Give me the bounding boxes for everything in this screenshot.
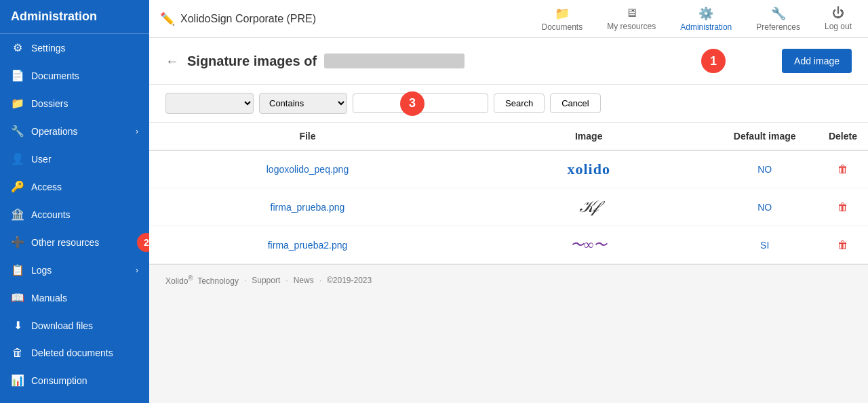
topbar-nav: 📁 Documents 🖥 My resources ⚙️ Administra…	[536, 3, 857, 35]
chart-icon: 📊	[11, 374, 24, 387]
nav-label: Documents	[541, 22, 583, 32]
sidebar-item-accounts[interactable]: 🏦 Accounts	[0, 200, 149, 228]
col-image: Image	[466, 123, 711, 150]
sidebar-item-label: Download files	[31, 320, 93, 331]
file-cell: firma_prueba.png	[149, 188, 466, 226]
delete-icon[interactable]: 🗑	[837, 163, 848, 175]
content-area: ← Signature images of ██████████████ 1 A…	[149, 38, 868, 403]
documents-icon: 📄	[11, 69, 24, 82]
default-cell: NO	[711, 150, 818, 188]
badge-3: 3	[400, 91, 425, 116]
col-file: File	[149, 123, 466, 150]
badge-1: 1	[701, 49, 726, 73]
sidebar-item-label: Settings	[31, 43, 66, 54]
search-condition-select[interactable]: Contains	[259, 93, 347, 114]
image-cell: 〜∞〜	[466, 226, 711, 264]
delete-icon[interactable]: 🗑	[837, 201, 848, 213]
chevron-right-icon: ›	[136, 127, 138, 136]
nav-label: Log out	[825, 22, 852, 31]
page-title: Signature images of ██████████████	[187, 54, 465, 69]
image-cell: 𝒦𝒻	[466, 188, 711, 226]
sidebar-item-manuals[interactable]: 📖 Manuals	[0, 284, 149, 312]
delete-icon[interactable]: 🗑	[837, 239, 848, 251]
search-field-select[interactable]	[165, 93, 254, 114]
sidebar-item-consumption[interactable]: 📊 Consumption	[0, 366, 149, 394]
sidebar-item-label: Deleted documents	[31, 347, 113, 358]
nav-preferences[interactable]: 🔧 Preferences	[751, 3, 806, 35]
sidebar-item-label: Access	[31, 182, 62, 192]
dossiers-icon: 📁	[11, 97, 24, 110]
footer-brand: Xolido® Technology	[165, 274, 239, 286]
nav-administration[interactable]: ⚙️ Administration	[675, 3, 737, 35]
col-delete: Delete	[818, 123, 868, 150]
file-link[interactable]: firma_prueba.png	[271, 202, 345, 213]
nav-documents[interactable]: 📁 Documents	[536, 3, 588, 35]
access-icon: 🔑	[11, 180, 24, 193]
file-cell: firma_prueba2.png	[149, 226, 466, 264]
download-icon: ⬇	[11, 319, 24, 332]
sidebar-item-operations[interactable]: 🔧 Operations ›	[0, 117, 149, 145]
default-value[interactable]: NO	[757, 202, 772, 213]
monitor-icon: 🖥	[625, 6, 637, 20]
sidebar-item-settings[interactable]: ⚙ Settings	[0, 34, 149, 62]
table-row: firma_prueba2.png 〜∞〜 SI 🗑	[149, 226, 868, 264]
file-link[interactable]: firma_prueba2.png	[268, 240, 348, 251]
sidebar-item-label: Logs	[31, 265, 52, 276]
default-value[interactable]: NO	[757, 164, 772, 175]
operations-icon: 🔧	[11, 125, 24, 137]
add-image-button[interactable]: Add image	[782, 49, 852, 73]
sidebar-item-label: Operations	[31, 126, 77, 137]
delete-cell: 🗑	[818, 150, 868, 188]
accounts-icon: 🏦	[11, 208, 24, 221]
delete-cell: 🗑	[818, 188, 868, 226]
sidebar-item-other-resources[interactable]: ➕ Other resources 2	[0, 228, 149, 256]
sidebar-item-deleted-documents[interactable]: 🗑 Deleted documents	[0, 339, 149, 366]
power-icon: ⏻	[832, 6, 844, 20]
nav-label: Preferences	[756, 22, 800, 32]
sidebar-item-user[interactable]: 👤 User	[0, 145, 149, 173]
cancel-button[interactable]: Cancel	[550, 93, 600, 113]
sidebar-item-access[interactable]: 🔑 Access	[0, 173, 149, 200]
image-preview: xolido	[567, 161, 610, 177]
sidebar-item-label: Other resources	[31, 237, 99, 248]
nav-label: My resources	[607, 22, 656, 31]
sidebar: Administration ⚙ Settings 📄 Documents 📁 …	[0, 0, 149, 403]
footer: Xolido® Technology · Support · News · ©2…	[149, 264, 868, 295]
image-preview: 𝒦𝒻	[580, 198, 598, 215]
sidebar-item-label: Documents	[31, 70, 79, 81]
sidebar-item-label: User	[31, 154, 52, 165]
nav-my-resources[interactable]: 🖥 My resources	[601, 3, 661, 34]
default-value[interactable]: SI	[760, 240, 769, 251]
sidebar-item-label: Dossiers	[31, 98, 68, 109]
user-icon: 👤	[11, 152, 24, 165]
settings-icon: ⚙	[11, 41, 24, 54]
brand: ✏️ XolidoSign Corporate (PRE)	[160, 12, 519, 26]
page-title-user: ██████████████	[324, 54, 464, 68]
main-content: ✏️ XolidoSign Corporate (PRE) 📁 Document…	[149, 0, 868, 403]
chevron-right-icon: ›	[136, 266, 138, 275]
footer-news-link[interactable]: News	[294, 276, 314, 285]
sidebar-item-label: Consumption	[31, 375, 87, 386]
nav-label: Administration	[680, 22, 732, 32]
trash-icon: 🗑	[11, 347, 24, 359]
sidebar-item-documents[interactable]: 📄 Documents	[0, 62, 149, 89]
manuals-icon: 📖	[11, 291, 24, 304]
nav-logout[interactable]: ⏻ Log out	[819, 3, 857, 34]
table-row: firma_prueba.png 𝒦𝒻 NO 🗑	[149, 188, 868, 226]
sidebar-item-dossiers[interactable]: 📁 Dossiers	[0, 89, 149, 117]
footer-copyright: ©2019-2023	[327, 276, 372, 285]
file-link[interactable]: logoxolido_peq.png	[267, 164, 349, 175]
page-title-prefix: Signature images of	[187, 54, 317, 68]
search-button[interactable]: Search	[494, 93, 545, 113]
badge-2: 2	[137, 233, 149, 252]
wrench-icon: 🔧	[771, 6, 786, 21]
search-bar: 3 Contains Search Cancel	[149, 85, 868, 123]
back-button[interactable]: ←	[165, 54, 179, 69]
sidebar-title: Administration	[0, 0, 149, 34]
folder-icon: 📁	[555, 6, 570, 21]
brand-name: XolidoSign Corporate (PRE)	[180, 13, 316, 25]
page-header-left: ← Signature images of ██████████████	[165, 54, 465, 69]
footer-support-link[interactable]: Support	[252, 276, 280, 285]
sidebar-item-download-files[interactable]: ⬇ Download files	[0, 312, 149, 339]
sidebar-item-logs[interactable]: 📋 Logs ›	[0, 256, 149, 284]
